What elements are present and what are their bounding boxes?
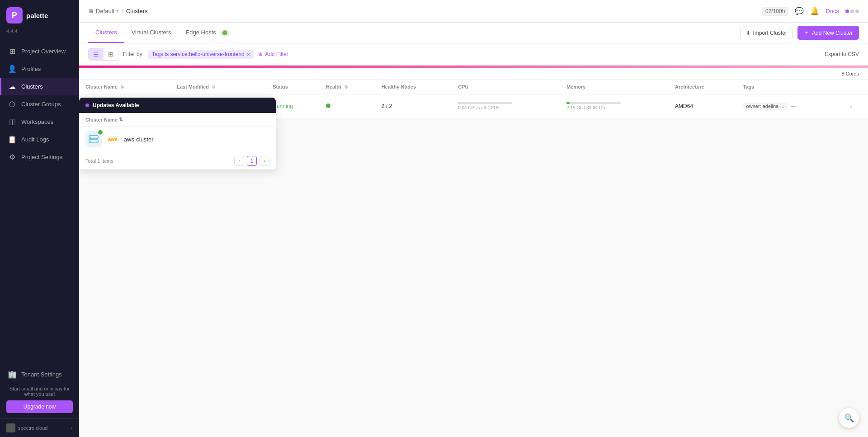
topbar-right: 02/100h 💬 🔔 Docs (762, 7, 859, 16)
bell-button[interactable]: 🔔 (810, 7, 819, 15)
group-icon: ⬡ (8, 100, 17, 108)
add-cluster-label: Add New Cluster (812, 30, 853, 36)
sidebar-item-workspaces[interactable]: ◫ Workspaces (0, 113, 79, 131)
collapse-sidebar-button[interactable]: ‹ (71, 424, 73, 432)
sidebar-item-label: Project Settings (21, 154, 62, 160)
svg-point-3 (90, 141, 91, 141)
update-badge (97, 129, 104, 136)
app-version: 4.4.4 (0, 27, 79, 39)
col-actions (844, 80, 868, 94)
tab-virtual-clusters[interactable]: Virtual Clusters (124, 23, 179, 43)
sidebar: P palette 4.4.4 ⊞ Project Overview 👤 Pro… (0, 0, 79, 437)
sidebar-item-label: Audit Logs (21, 136, 49, 143)
chat-button[interactable]: 💬 (795, 7, 804, 15)
dropdown-col-header: Cluster Name ⇅ (79, 113, 276, 127)
cell-row-arrow[interactable]: › (844, 94, 868, 118)
sidebar-item-label: Profiles (21, 66, 41, 72)
cell-cpu: 0.04 CPUs / 8 CPUs (452, 94, 560, 118)
upgrade-text: Start small and only pay for what you us… (6, 386, 73, 397)
sidebar-item-audit-logs[interactable]: 📋 Audit Logs (0, 131, 79, 148)
tab-edge-hosts-label: Edge Hosts (186, 29, 216, 36)
import-cluster-label: Import Cluster (753, 30, 787, 36)
sidebar-item-label: Project Overview (21, 48, 66, 55)
dropdown-cluster-name: aws-cluster (124, 136, 154, 143)
sidebar-item-label: Clusters (21, 83, 43, 90)
cluster-name-col-label: Cluster Name (85, 117, 118, 122)
col-healthy-nodes: Healthy Nodes (375, 80, 452, 94)
filter-left: ☰ ⊞ Filter by: Tags is service:hello-uni… (88, 48, 288, 61)
plus-icon: ＋ (804, 29, 809, 37)
cluster-name-sort-button[interactable]: Cluster Name ⇅ (85, 117, 123, 122)
export-csv-button[interactable]: Export to CSV (825, 51, 859, 57)
sidebar-logo[interactable]: P palette (0, 0, 79, 27)
cores-label: 8 Cores (841, 71, 859, 76)
search-fab-icon: 🔍 (844, 413, 854, 423)
tab-edge-hosts[interactable]: Edge Hosts 🟢 (179, 23, 237, 43)
pagination: ‹ 1 › (234, 156, 269, 166)
filter-tag: Tags is service:hello-universe-frontend … (148, 50, 254, 59)
cluster-icon-wrap (85, 131, 102, 147)
breadcrumb-current: Clusters (126, 8, 148, 14)
user-avatar[interactable] (845, 9, 859, 13)
dropdown-cluster-row[interactable]: aws aws-cluster (79, 127, 276, 152)
add-new-cluster-button[interactable]: ＋ Add New Cluster (797, 26, 859, 40)
col-tags: Tags (737, 80, 844, 94)
import-icon: ⬇ (746, 30, 750, 36)
pagination-current-page: 1 (247, 156, 257, 166)
palette-logo-icon: P (6, 7, 23, 23)
tab-virtual-clusters-label: Virtual Clusters (132, 29, 171, 36)
col-memory: Memory (560, 80, 669, 94)
tab-clusters-label: Clusters (95, 29, 117, 36)
col-architecture: Architecture (669, 80, 736, 94)
log-icon: 📋 (8, 135, 17, 144)
sidebar-footer: spectro cloud ‹ (0, 418, 79, 437)
sidebar-item-project-overview[interactable]: ⊞ Project Overview (0, 42, 79, 60)
tabs-right-actions: ⬇ Import Cluster ＋ Add New Cluster (740, 26, 859, 40)
upgrade-button[interactable]: Upgrade now (6, 400, 73, 413)
server-icon (89, 135, 99, 143)
sidebar-nav: ⊞ Project Overview 👤 Profiles ☁ Clusters… (0, 39, 79, 366)
list-view-button[interactable]: ☰ (89, 48, 104, 60)
search-fab-button[interactable]: 🔍 (839, 408, 859, 428)
add-filter-label: Add Filter (265, 51, 288, 57)
grid-icon: ⊞ (8, 47, 17, 56)
sidebar-item-profiles[interactable]: 👤 Profiles (0, 60, 79, 78)
dropdown-header-label: Updates Available (93, 102, 139, 108)
sidebar-bottom: Start small and only pay for what you us… (0, 381, 79, 418)
col-health[interactable]: Health ⇅ (320, 80, 375, 94)
sidebar-item-clusters[interactable]: ☁ Clusters (0, 78, 79, 95)
tag-chip: owner: adelina-... (743, 103, 788, 110)
add-filter-button[interactable]: ⊕ Add Filter (258, 51, 288, 57)
tab-clusters[interactable]: Clusters (88, 23, 124, 43)
tenant-icon: 🏢 (8, 370, 17, 379)
updates-available-dropdown: Updates Available Cluster Name ⇅ (79, 98, 276, 169)
settings-icon: ⚙ (8, 153, 17, 161)
profile-icon: 👤 (8, 65, 17, 73)
pagination-prev-button[interactable]: ‹ (234, 156, 244, 166)
import-cluster-button[interactable]: ⬇ Import Cluster (740, 27, 793, 39)
sidebar-item-cluster-groups[interactable]: ⬡ Cluster Groups (0, 95, 79, 113)
tabs-bar: Clusters Virtual Clusters Edge Hosts 🟢 ⬇… (79, 23, 868, 43)
grid-view-button[interactable]: ⊞ (104, 48, 118, 60)
workspace-icon: ◫ (8, 117, 17, 126)
view-toggle: ☰ ⊞ (88, 48, 118, 61)
sort-icon: ⇅ (119, 117, 123, 122)
filter-tag-remove-button[interactable]: × (247, 51, 250, 58)
svg-point-2 (90, 136, 91, 137)
breadcrumb-item-page-icon: 🖥 Default ▾ (88, 8, 119, 14)
sidebar-item-tenant-settings[interactable]: 🏢 Tenant Settings (0, 366, 79, 381)
chevron-down-icon[interactable]: ▾ (116, 8, 119, 14)
sidebar-item-project-settings[interactable]: ⚙ Project Settings (0, 148, 79, 166)
col-cluster-name[interactable]: Cluster Name ⇅ (79, 80, 170, 94)
col-last-modified[interactable]: Last Modified ⇅ (170, 80, 266, 94)
aws-logo: aws (106, 136, 119, 142)
total-items-label: Total 1 items (85, 158, 113, 164)
docs-link[interactable]: Docs (826, 8, 839, 14)
sort-last-modified-icon: ⇅ (212, 85, 215, 89)
page-icon: 🖥 (88, 8, 94, 14)
filter-bar: ☰ ⊞ Filter by: Tags is service:hello-uni… (79, 43, 868, 66)
app-name: palette (26, 12, 48, 19)
cluster-icon: ☁ (8, 82, 17, 91)
dropdown-footer: Total 1 items ‹ 1 › (79, 152, 276, 169)
pagination-next-button[interactable]: › (259, 156, 269, 166)
